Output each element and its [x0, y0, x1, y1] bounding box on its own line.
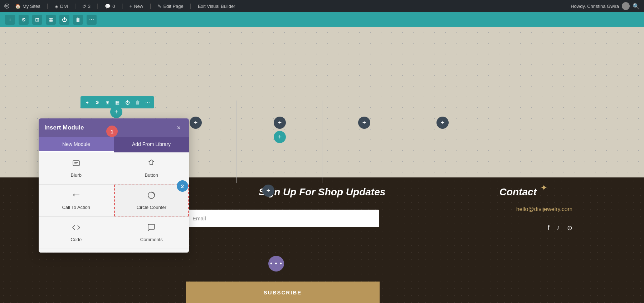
add-module-btn-3[interactable]: + — [274, 117, 286, 129]
col-divider-1 — [236, 101, 236, 183]
pencil-icon: ✎ — [157, 4, 161, 9]
module-grid: Blurb Button Call To Action — [39, 152, 189, 253]
divi-icon: ◈ — [55, 4, 58, 9]
svg-rect-2 — [73, 161, 79, 166]
insert-module-dialog: Insert Module × New Module Add From Libr… — [39, 118, 189, 253]
code-label: Code — [70, 237, 82, 242]
comments-label: Comments — [140, 237, 163, 242]
canvas: + ⚙ ⊞ ▦ ⏻ 🗑 ⋯ + + + + + + + Insert Modul… — [0, 27, 644, 303]
add-module-btn-2[interactable]: + — [190, 117, 202, 129]
tiktok-icon[interactable]: ♪ — [557, 224, 560, 232]
code-icon — [72, 223, 80, 234]
module-item-button[interactable]: Button — [114, 152, 189, 184]
col-divider-4 — [494, 101, 494, 183]
my-sites-link[interactable]: 🏠 My Sites — [15, 4, 40, 9]
circle-counter-icon — [147, 191, 156, 202]
col-divider-2 — [322, 101, 322, 183]
exit-builder-link[interactable]: Exit Visual Builder — [198, 4, 235, 9]
add-section-btn[interactable]: + — [262, 185, 274, 197]
circle-counter-label: Circle Counter — [137, 205, 166, 210]
dialog-tabs: New Module Add From Library — [39, 137, 189, 152]
cta-icon — [72, 191, 80, 202]
row-power-btn[interactable]: ⏻ — [123, 98, 132, 107]
vb-layout-btn[interactable]: ⊞ — [32, 15, 42, 25]
button-label: Button — [145, 172, 158, 178]
svg-text:W: W — [5, 5, 8, 8]
vb-delete-btn[interactable]: 🗑 — [73, 15, 83, 25]
module-item-comments[interactable]: Comments — [114, 217, 189, 249]
add-module-btn-4[interactable]: + — [358, 117, 370, 129]
search-icon[interactable]: 🔍 — [633, 3, 640, 10]
tab-new-module[interactable]: New Module — [39, 137, 114, 152]
email-input-wrap — [186, 210, 379, 227]
module-item-cta[interactable]: Call To Action — [39, 185, 114, 216]
tab-add-from-library[interactable]: Add From Library — [114, 137, 189, 152]
row-settings-btn[interactable]: ⚙ — [93, 98, 102, 107]
col-divider-3 — [408, 101, 408, 183]
facebook-icon[interactable]: f — [548, 224, 550, 232]
plus-icon: + — [130, 4, 132, 9]
dialog-close-btn[interactable]: × — [175, 123, 183, 132]
module-item-countdown-timer[interactable]: Countdown Timer — [114, 249, 189, 253]
contact-email: hello@divijewelry.com — [516, 206, 572, 212]
three-dot-menu-btn[interactable]: • • • — [268, 256, 284, 272]
instagram-icon[interactable]: ⊙ — [567, 224, 572, 232]
vb-add-btn[interactable]: + — [5, 15, 15, 25]
badge-1: 1 — [106, 126, 118, 137]
social-icons: f ♪ ⊙ — [548, 224, 572, 232]
admin-bar-left: W 🏠 My Sites | ◈ Divi | ↺ 3 | 💬 0 | + Ne… — [4, 3, 235, 9]
row-grid-btn[interactable]: ▦ — [113, 98, 122, 107]
button-icon — [147, 159, 156, 170]
howdy-text: Howdy, Christina Gwira — [571, 4, 619, 9]
wp-logo-link[interactable]: W — [4, 4, 9, 9]
admin-bar-right: Howdy, Christina Gwira 🔍 — [571, 2, 640, 10]
add-row-btn[interactable]: + — [274, 131, 286, 143]
house-icon: 🏠 — [15, 4, 21, 9]
vb-more-btn[interactable]: ⋯ — [87, 15, 97, 25]
badge-2: 2 — [177, 180, 188, 192]
row-toolbar: + ⚙ ⊞ ▦ ⏻ 🗑 ⋯ — [80, 96, 154, 108]
row-more-btn[interactable]: ⋯ — [143, 98, 152, 107]
blurb-icon — [72, 159, 80, 170]
module-item-contact-form[interactable]: Contact Form — [39, 249, 114, 253]
module-item-blurb[interactable]: Blurb — [39, 152, 114, 184]
shop-title: Sign Up For Shop Updates — [259, 186, 386, 198]
new-link[interactable]: + New — [130, 4, 143, 9]
comments-icon: 💬 — [105, 4, 111, 9]
row-layout-btn[interactable]: ⊞ — [103, 98, 112, 107]
vb-bar: + ⚙ ⊞ ▦ ⏻ 🗑 ⋯ — [0, 12, 644, 27]
avatar — [622, 2, 630, 10]
revisions-link[interactable]: ↺ 3 — [82, 4, 91, 9]
blurb-label: Blurb — [71, 172, 82, 178]
row-delete-btn[interactable]: 🗑 — [133, 98, 142, 107]
add-module-btn-5[interactable]: + — [436, 117, 449, 129]
diamond-icon: ✦ — [540, 183, 547, 193]
cta-label: Call To Action — [62, 205, 90, 210]
row-add-btn[interactable]: + — [83, 98, 92, 107]
comments-module-icon — [147, 223, 156, 234]
vb-grid-btn[interactable]: ▦ — [46, 15, 56, 25]
admin-bar: W 🏠 My Sites | ◈ Divi | ↺ 3 | 💬 0 | + Ne… — [0, 0, 644, 12]
divi-link[interactable]: ◈ Divi — [55, 4, 68, 9]
revisions-icon: ↺ — [82, 4, 86, 9]
comments-link[interactable]: 💬 0 — [105, 4, 115, 9]
subscribe-button-area[interactable]: SUBSCRIBE — [186, 282, 380, 303]
vb-settings-btn[interactable]: ⚙ — [19, 15, 29, 25]
email-input[interactable] — [186, 210, 379, 227]
edit-page-link[interactable]: ✎ Edit Page — [157, 4, 183, 9]
vb-power-btn[interactable]: ⏻ — [59, 15, 69, 25]
module-item-code[interactable]: Code — [39, 217, 114, 249]
dialog-title: Insert Module — [44, 124, 84, 131]
contact-title: Contact — [499, 186, 537, 198]
